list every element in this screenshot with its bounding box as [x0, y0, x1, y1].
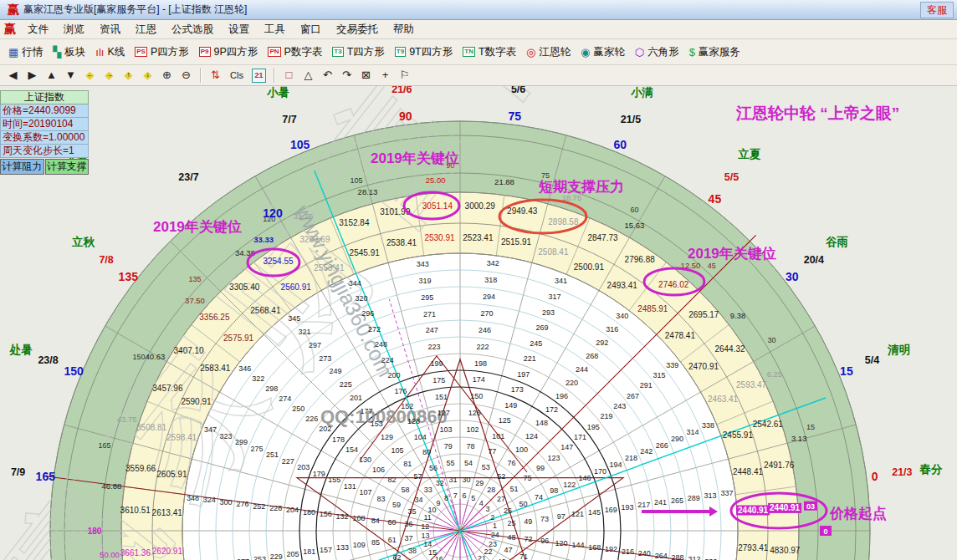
- triangle-tool-button[interactable]: △: [299, 67, 318, 84]
- svg-text:0: 0: [872, 470, 878, 483]
- svg-text:265: 265: [671, 496, 683, 505]
- gann-wheel-label: 江恩轮: [539, 45, 571, 59]
- svg-text:3457.96: 3457.96: [152, 384, 183, 393]
- svg-text:48: 48: [507, 533, 515, 542]
- toolbar-service-button[interactable]: $赢家服务: [684, 42, 745, 62]
- toolbar-9t-square-button[interactable]: T99T四方形: [390, 42, 458, 62]
- svg-text:108: 108: [352, 514, 365, 522]
- up-button[interactable]: ▲: [42, 67, 61, 84]
- down-button[interactable]: ▼: [61, 67, 80, 84]
- menu-item-4[interactable]: 公式选股: [164, 21, 221, 38]
- svg-text:QQ:100800860: QQ:100800860: [320, 406, 448, 427]
- toolbar-9p-square-button[interactable]: P99P四方形: [194, 42, 264, 62]
- flag-tool-button[interactable]: ⚐: [395, 67, 414, 84]
- svg-text:3661.36: 3661.36: [120, 548, 151, 557]
- svg-text:45: 45: [709, 192, 722, 206]
- svg-text:28.13: 28.13: [358, 187, 378, 196]
- svg-text:33.33: 33.33: [253, 235, 274, 244]
- svg-text:253: 253: [253, 555, 266, 560]
- menu-item-0[interactable]: 文件: [20, 21, 56, 38]
- customer-service-button[interactable]: 客服: [920, 2, 954, 18]
- svg-text:25: 25: [507, 519, 515, 527]
- hexagon-icon: ⬡: [635, 47, 644, 58]
- svg-text:2613.41: 2613.41: [152, 508, 183, 517]
- menu-item-8[interactable]: 交易委托: [329, 21, 386, 38]
- pan-left-button[interactable]: ◆←: [80, 67, 100, 84]
- frame-tool-button[interactable]: ⊠: [356, 67, 376, 84]
- move-tool-button[interactable]: +: [376, 67, 395, 84]
- svg-text:2491.76: 2491.76: [764, 461, 795, 470]
- svg-text:292: 292: [596, 339, 608, 347]
- toolbar-gann-wheel-button[interactable]: ◎江恩轮: [521, 42, 576, 62]
- menu-item-5[interactable]: 设置: [221, 21, 257, 38]
- toolbar-winner-wheel-button[interactable]: ◉赢家轮: [576, 42, 630, 62]
- toolbar-p-table-button[interactable]: PNP数字表: [263, 42, 327, 62]
- svg-text:小暑: 小暑: [266, 86, 289, 99]
- svg-text:340: 340: [616, 312, 628, 320]
- rect-tool-button[interactable]: □: [279, 67, 299, 84]
- svg-text:269: 269: [536, 323, 549, 332]
- window-title: 赢家江恩专业版[赢家服务平台] - [上证指数 江恩轮]: [23, 3, 247, 17]
- p-square-label: P四方形: [151, 45, 189, 59]
- zoom-in-button[interactable]: ⊕: [157, 67, 177, 84]
- menu-item-6[interactable]: 工具: [257, 21, 293, 38]
- svg-text:4830.97: 4830.97: [770, 546, 801, 555]
- toolbar-board-button[interactable]: ▚板块: [48, 42, 90, 62]
- svg-text:192: 192: [605, 545, 617, 553]
- svg-text:2560.91: 2560.91: [281, 283, 312, 292]
- menu-item-1[interactable]: 浏览: [56, 21, 92, 38]
- calendar-button[interactable]: 21: [252, 69, 266, 83]
- svg-text:7/8: 7/8: [99, 254, 113, 266]
- toolbar-hexagon-button[interactable]: ⬡六角形: [630, 42, 684, 62]
- svg-text:348: 348: [187, 494, 199, 502]
- svg-text:101: 101: [492, 432, 504, 440]
- svg-text:130: 130: [359, 456, 371, 464]
- pan-right-button[interactable]: ◆→: [100, 67, 119, 84]
- rotate-cw-button[interactable]: ↷: [337, 67, 356, 84]
- svg-text:2493.41: 2493.41: [607, 281, 638, 290]
- board-icon: ▚: [53, 47, 61, 58]
- toolbar-kline-button[interactable]: ılıK线: [90, 42, 130, 62]
- pan-down-button[interactable]: ◆↓: [138, 67, 157, 84]
- svg-text:61: 61: [388, 536, 397, 544]
- toolbar-t-square-button[interactable]: T3T四方形: [327, 42, 389, 62]
- svg-text:217: 217: [637, 501, 650, 509]
- calc-resistance-button[interactable]: 计算阻力: [0, 159, 44, 175]
- svg-text:317: 317: [549, 293, 561, 301]
- svg-text:267: 267: [627, 392, 639, 400]
- svg-text:266: 266: [656, 441, 668, 450]
- svg-text:2695.17: 2695.17: [688, 310, 719, 319]
- calc-support-button[interactable]: 计算支撑: [45, 159, 90, 175]
- pan-up-button[interactable]: ◆↑: [119, 67, 138, 84]
- svg-text:54: 54: [464, 459, 473, 467]
- svg-text:2523.41: 2523.41: [463, 233, 494, 242]
- toolbar-p-square-button[interactable]: PSP四方形: [130, 42, 194, 62]
- zoom-out-button[interactable]: ⊖: [177, 67, 196, 84]
- svg-text:250: 250: [292, 405, 304, 413]
- svg-text:小满: 小满: [630, 86, 653, 99]
- quotes-icon: ▦: [8, 47, 18, 58]
- svg-text:341: 341: [555, 277, 567, 285]
- menu-item-9[interactable]: 帮助: [386, 21, 422, 38]
- svg-text:24: 24: [491, 531, 499, 539]
- next-button[interactable]: ▶: [23, 67, 42, 84]
- t-updown-button[interactable]: ⇅: [206, 67, 225, 84]
- svg-text:75: 75: [523, 474, 531, 482]
- prev-button[interactable]: ◀: [3, 67, 23, 84]
- cls-button[interactable]: Cls: [225, 67, 248, 84]
- svg-text:72: 72: [524, 535, 532, 543]
- svg-text:33: 33: [424, 486, 432, 494]
- menu-item-7[interactable]: 窗口: [293, 21, 329, 38]
- svg-text:277: 277: [237, 557, 249, 560]
- panel-row-3: 周天变化步长=1: [0, 145, 89, 158]
- menu-item-3[interactable]: 江恩: [128, 21, 164, 38]
- svg-text:216: 216: [622, 547, 634, 556]
- svg-text:50.00: 50.00: [100, 550, 120, 559]
- svg-text:297: 297: [309, 341, 321, 349]
- menu-item-2[interactable]: 资讯: [92, 21, 128, 38]
- svg-text:241: 241: [654, 498, 667, 507]
- toolbar-t-table-button[interactable]: TNT数字表: [458, 42, 521, 62]
- rotate-ccw-button[interactable]: ↶: [318, 67, 337, 84]
- toolbar-quotes-button[interactable]: ▦行情: [3, 42, 48, 62]
- svg-text:107: 107: [359, 488, 371, 496]
